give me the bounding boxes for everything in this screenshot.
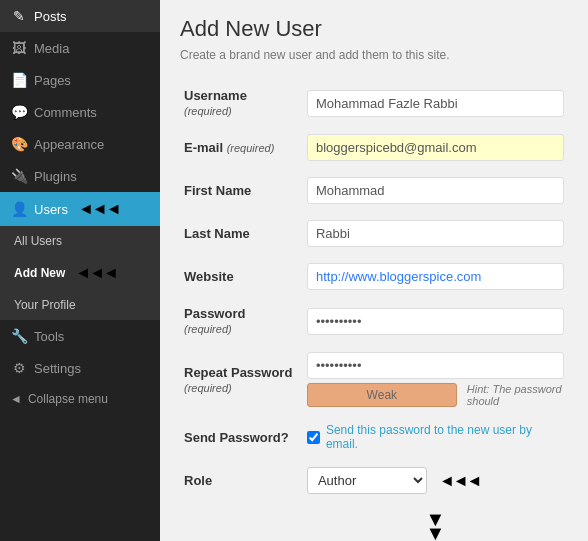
sidebar-item-pages[interactable]: 📄 Pages — [0, 64, 160, 96]
sidebar-item-posts[interactable]: ✎ Posts — [0, 0, 160, 32]
firstname-row: First Name — [180, 169, 568, 212]
plugins-icon: 🔌 — [10, 168, 28, 184]
sidebar-item-plugins[interactable]: 🔌 Plugins — [0, 160, 160, 192]
sidebar-subitem-all-users[interactable]: All Users — [0, 226, 160, 256]
lastname-input[interactable] — [307, 220, 564, 247]
down-arrow-container: ▼ ▼ ▼ — [307, 512, 564, 541]
username-field-cell — [303, 80, 568, 126]
collapse-menu[interactable]: ◄ Collapse menu — [0, 384, 160, 414]
sidebar-item-label: Users — [34, 202, 68, 217]
repeat-password-label: Repeat Password (required) — [180, 344, 303, 415]
email-field-cell — [303, 126, 568, 169]
repeat-password-row: Repeat Password (required) Weak Hint: Th… — [180, 344, 568, 415]
pages-icon: 📄 — [10, 72, 28, 88]
send-password-container: Send this password to the new user by em… — [307, 423, 564, 451]
sidebar-item-settings[interactable]: ⚙ Settings — [0, 352, 160, 384]
username-input[interactable] — [307, 90, 564, 117]
sidebar-item-label: Tools — [34, 329, 64, 344]
add-user-form: Username (required) E-mail (required) Fi… — [180, 80, 568, 541]
sidebar-item-label: Comments — [34, 105, 97, 120]
firstname-field-cell — [303, 169, 568, 212]
lastname-row: Last Name — [180, 212, 568, 255]
submit-row: ▼ ▼ ▼ Add New User — [180, 502, 568, 541]
sidebar: ✎ Posts 🖼 Media 📄 Pages 💬 Comments 🎨 App… — [0, 0, 160, 541]
comments-icon: 💬 — [10, 104, 28, 120]
collapse-icon: ◄ — [10, 392, 22, 406]
submit-cell: ▼ ▼ ▼ Add New User — [303, 502, 568, 541]
media-icon: 🖼 — [10, 40, 28, 56]
send-password-cell: Send this password to the new user by em… — [303, 415, 568, 459]
sidebar-item-tools[interactable]: 🔧 Tools — [0, 320, 160, 352]
send-password-label: Send Password? — [180, 415, 303, 459]
sidebar-item-label: Plugins — [34, 169, 77, 184]
username-label: Username (required) — [180, 80, 303, 126]
lastname-label: Last Name — [180, 212, 303, 255]
main-content: Add New User Create a brand new user and… — [160, 0, 588, 541]
role-arrow: ◄◄◄ — [439, 472, 481, 490]
page-title: Add New User — [180, 16, 568, 42]
firstname-input[interactable] — [307, 177, 564, 204]
password-input[interactable] — [307, 308, 564, 335]
settings-icon: ⚙ — [10, 360, 28, 376]
strength-hint: Hint: The password should — [467, 383, 564, 407]
repeat-password-field-cell: Weak Hint: The password should — [303, 344, 568, 415]
appearance-icon: 🎨 — [10, 136, 28, 152]
email-label: E-mail (required) — [180, 126, 303, 169]
sidebar-item-media[interactable]: 🖼 Media — [0, 32, 160, 64]
password-field-cell — [303, 298, 568, 344]
sidebar-item-comments[interactable]: 💬 Comments — [0, 96, 160, 128]
strength-bar: Weak — [307, 383, 457, 407]
website-field-cell — [303, 255, 568, 298]
sidebar-item-label: Settings — [34, 361, 81, 376]
password-strength-container: Weak Hint: The password should — [307, 383, 564, 407]
users-icon: 👤 — [10, 201, 28, 217]
add-new-arrow: ◄◄◄ — [75, 264, 117, 282]
sidebar-subitem-label: Your Profile — [14, 298, 76, 312]
lastname-field-cell — [303, 212, 568, 255]
sidebar-item-label: Media — [34, 41, 69, 56]
sidebar-item-label: Appearance — [34, 137, 104, 152]
role-row: Role Author Administrator Editor Contrib… — [180, 459, 568, 502]
password-row: Password (required) — [180, 298, 568, 344]
sidebar-item-label: Posts — [34, 9, 67, 24]
submit-spacer — [180, 502, 303, 541]
role-select[interactable]: Author Administrator Editor Contributor … — [307, 467, 427, 494]
role-label: Role — [180, 459, 303, 502]
repeat-password-input[interactable] — [307, 352, 564, 379]
send-password-checkbox[interactable] — [307, 431, 320, 444]
send-password-row: Send Password? Send this password to the… — [180, 415, 568, 459]
collapse-label: Collapse menu — [28, 392, 108, 406]
firstname-label: First Name — [180, 169, 303, 212]
sidebar-subitem-label: All Users — [14, 234, 62, 248]
website-input[interactable] — [307, 263, 564, 290]
posts-icon: ✎ — [10, 8, 28, 24]
page-subtitle: Create a brand new user and add them to … — [180, 48, 568, 62]
sidebar-subitem-label: Add New — [14, 266, 65, 280]
sidebar-subitem-add-new[interactable]: Add New ◄◄◄ — [0, 256, 160, 290]
tools-icon: 🔧 — [10, 328, 28, 344]
sidebar-item-label: Pages — [34, 73, 71, 88]
send-password-text: Send this password to the new user by em… — [326, 423, 564, 451]
website-row: Website — [180, 255, 568, 298]
sidebar-item-appearance[interactable]: 🎨 Appearance — [0, 128, 160, 160]
sidebar-item-users[interactable]: 👤 Users ◄◄◄ — [0, 192, 160, 226]
role-container: Author Administrator Editor Contributor … — [307, 467, 564, 494]
users-arrow: ◄◄◄ — [78, 200, 120, 218]
sidebar-subitem-your-profile[interactable]: Your Profile — [0, 290, 160, 320]
email-input[interactable] — [307, 134, 564, 161]
username-row: Username (required) — [180, 80, 568, 126]
website-label: Website — [180, 255, 303, 298]
role-cell: Author Administrator Editor Contributor … — [303, 459, 568, 502]
email-row: E-mail (required) — [180, 126, 568, 169]
password-label: Password (required) — [180, 298, 303, 344]
